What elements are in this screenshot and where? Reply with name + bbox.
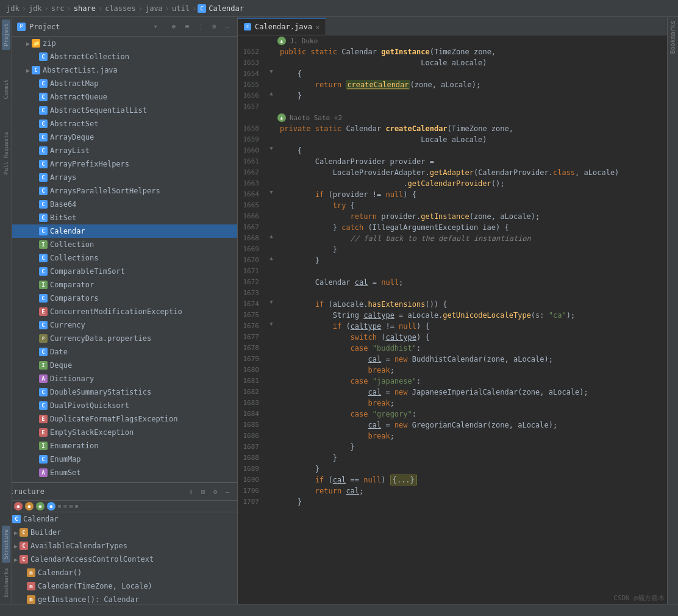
- breadcrumb-current: C Calendar: [198, 4, 244, 13]
- tree-item-calendar[interactable]: ▶ C Calendar: [12, 224, 237, 238]
- structure-close-btn[interactable]: –: [223, 487, 232, 496]
- tree-item-abstract-map[interactable]: ▶ C AbstractMap: [12, 77, 237, 90]
- sort-alpha-btn[interactable]: ↕: [186, 487, 196, 496]
- tree-item-collections[interactable]: ▶ C Collections: [12, 251, 237, 265]
- structure-tree: ↕ ⊞ ● ● ● ● ⊠ ⊡ ⊟ ⊞ ▶ C Calendar: [0, 501, 237, 604]
- icon-abstract-queue: C: [39, 93, 48, 101]
- icon-concurrent-mod: E: [39, 307, 48, 316]
- tree-item-array-prefix[interactable]: ▶ C ArrayPrefixHelpers: [12, 157, 237, 171]
- filter1-icon[interactable]: ⊠: [58, 503, 61, 509]
- structure-item-available[interactable]: ▶ C AvailableCalendarTypes: [0, 539, 237, 553]
- code-line-1663: 1663 .getCalendarProvider();: [238, 178, 667, 189]
- author-name-2: Naoto Sato +2: [290, 114, 342, 122]
- bookmarks-sidebar-tab[interactable]: Bookmarks: [2, 564, 10, 601]
- tree-item-double-summary[interactable]: ▶ C DoubleSummaryStatistics: [12, 385, 237, 399]
- tabs-bar: C Calendar.java ✕: [238, 17, 667, 35]
- structure-sidebar-tab[interactable]: Structure: [2, 526, 10, 563]
- icon-calendar: C: [39, 227, 48, 235]
- filter2-icon[interactable]: ⊡: [63, 503, 66, 509]
- tree-item-base64[interactable]: ▶ C Base64: [12, 198, 237, 211]
- tree-item-date[interactable]: ▶ C Date: [12, 345, 237, 359]
- tree-item-abstract-collection[interactable]: ▶ C AbstractCollection: [12, 50, 237, 63]
- tree-item-zip[interactable]: ▶ 📁 zip: [12, 37, 237, 50]
- tree-item-dual-pivot[interactable]: ▶ C DualPivotQuicksort: [12, 399, 237, 412]
- structure-item-calendar[interactable]: ▶ C Calendar: [0, 512, 237, 526]
- tree-item-abstract-list[interactable]: ▶ C AbstractList.java: [12, 63, 237, 77]
- tree-item-array-deque[interactable]: ▶ C ArrayDeque: [12, 131, 237, 144]
- tree-item-abstract-queue[interactable]: ▶ C AbstractQueue: [12, 90, 237, 104]
- icon-comparable-tim: C: [39, 267, 48, 276]
- tree-item-collection[interactable]: ▶ I Collection: [12, 238, 237, 251]
- breadcrumb-util[interactable]: util: [171, 4, 191, 13]
- icon-builder: C: [20, 528, 28, 537]
- tree-item-currency-data[interactable]: ▶ P CurrencyData.properties: [12, 332, 237, 345]
- tree-item-comparator[interactable]: ▶ I Comparator: [12, 278, 237, 292]
- code-line-1665: 1665 try {: [238, 200, 667, 211]
- code-line-1688: 1688 }: [238, 453, 667, 464]
- close-panel-btn[interactable]: –: [223, 22, 232, 32]
- code-line-1672: 1672 Calendar cal = null;: [238, 277, 667, 288]
- tree-item-bitset[interactable]: ▶ C BitSet: [12, 211, 237, 224]
- tree-item-enumeration[interactable]: ▶ I Enumeration: [12, 439, 237, 453]
- tree-item-arrays[interactable]: ▶ C Arrays: [12, 171, 237, 184]
- breadcrumb-share[interactable]: share: [73, 4, 97, 13]
- project-dropdown-btn[interactable]: ▾: [151, 22, 160, 32]
- settings-icon-btn[interactable]: ⚙: [209, 22, 219, 32]
- tree-item-comparable-tim[interactable]: ▶ C ComparableTimSort: [12, 265, 237, 278]
- watermark: CSDN @楠方嘉木: [613, 593, 665, 603]
- code-line-1675: 1675 String caltype = aLocale.getUnicode…: [238, 310, 667, 321]
- icon-empty-stack: E: [39, 428, 48, 437]
- tree-item-abstract-set[interactable]: ▶ C AbstractSet: [12, 117, 237, 131]
- tree-item-abstract-seq[interactable]: ▶ C AbstractSequentialList: [12, 104, 237, 117]
- tree-item-empty-stack[interactable]: ▶ E EmptyStackException: [12, 426, 237, 439]
- breadcrumb-classes[interactable]: classes: [104, 4, 137, 13]
- pub-icon[interactable]: ●: [36, 502, 45, 510]
- commit-sidebar-tab[interactable]: Commit: [2, 76, 10, 103]
- structure-item-getinstance1[interactable]: ▶ m getInstance(): Calendar: [0, 593, 237, 604]
- structure-toolbar: ↕ ⊞ ● ● ● ● ⊠ ⊡ ⊟ ⊞: [0, 501, 237, 512]
- code-line-1676: 1676 ▼ if (caltype != null) {: [238, 321, 667, 332]
- tab-close-btn[interactable]: ✕: [316, 24, 319, 30]
- code-area[interactable]: ♟ J. Duke 1652 public static Calendar ge…: [238, 35, 667, 604]
- filter4-icon[interactable]: ⊞: [75, 503, 78, 509]
- bookmarks-label[interactable]: Bookmarks: [669, 18, 676, 56]
- file-tree: ▶ 📁 zip ▶ C AbstractCollection ▶ C Abstr…: [12, 37, 237, 482]
- tree-item-enum-map[interactable]: ▶ C EnumMap: [12, 453, 237, 466]
- breadcrumb-src[interactable]: src: [50, 4, 66, 13]
- tree-item-arrays-parallel[interactable]: ▶ C ArraysParallelSortHelpers: [12, 184, 237, 198]
- tab-calendar[interactable]: C Calendar.java ✕: [238, 18, 326, 35]
- structure-item-access[interactable]: ▶ C CalendarAccessControlContext: [0, 553, 237, 566]
- structure-settings-btn[interactable]: ⚙: [210, 487, 220, 496]
- icon-access: C: [20, 555, 28, 564]
- prot-icon[interactable]: ●: [47, 502, 55, 510]
- pkg-icon[interactable]: ●: [25, 502, 34, 510]
- arrow-access: ▶: [12, 556, 20, 563]
- tree-item-deque[interactable]: ▶ I Deque: [12, 359, 237, 372]
- sort-type-btn[interactable]: ⊞: [198, 487, 208, 496]
- structure-item-constructor2[interactable]: ▶ m Calendar(TimeZone, Locale): [0, 579, 237, 593]
- tree-item-dictionary[interactable]: ▶ A Dictionary: [12, 372, 237, 385]
- project-sidebar-tab[interactable]: Project: [2, 20, 10, 50]
- tree-item-enum-set[interactable]: ▶ A EnumSet: [12, 466, 237, 479]
- code-line-1706: 1706 return cal;: [238, 485, 667, 496]
- breadcrumb-jdk2[interactable]: jdk: [27, 4, 43, 13]
- pull-requests-sidebar-tab[interactable]: Pull Requests: [2, 128, 10, 178]
- compact-icon-btn[interactable]: ⋮: [196, 22, 205, 32]
- tree-item-concurrent-mod[interactable]: ▶ E ConcurrentModificationExceptio: [12, 305, 237, 318]
- filter3-icon[interactable]: ⊟: [70, 503, 73, 509]
- tree-item-currency[interactable]: ▶ C Currency: [12, 318, 237, 332]
- icon-base64: C: [39, 200, 48, 209]
- code-line-1684: 1684 case "gregory":: [238, 409, 667, 420]
- structure-item-builder[interactable]: ▶ C Builder: [0, 526, 237, 539]
- anon-icon[interactable]: ●: [14, 502, 23, 510]
- icon-enumeration: I: [39, 442, 48, 450]
- tree-item-array-list[interactable]: ▶ C ArrayList: [12, 144, 237, 157]
- breadcrumb-java[interactable]: java: [144, 4, 164, 13]
- tree-item-comparators[interactable]: ▶ C Comparators: [12, 292, 237, 305]
- breadcrumb-jdk1[interactable]: jdk: [5, 4, 21, 13]
- scope-icon-btn[interactable]: ⊕: [169, 22, 179, 32]
- tree-item-dup-format[interactable]: ▶ E DuplicateFormatFlagsException: [12, 412, 237, 426]
- structure-item-constructor1[interactable]: ▶ m Calendar(): [0, 566, 237, 579]
- icon-abstract-map: C: [39, 79, 48, 88]
- flatten-icon-btn[interactable]: ≡: [182, 22, 192, 32]
